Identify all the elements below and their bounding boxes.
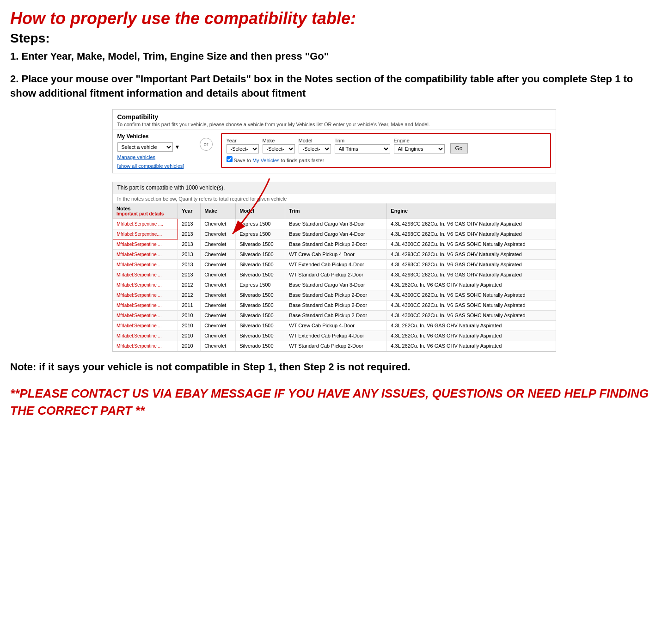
cell-year: 2012 [178,280,201,290]
cell-trim: WT Extended Cab Pickup 4-Door [285,331,387,341]
cell-model: Silverado 1500 [236,270,285,280]
cell-trim: Base Standard Cab Pickup 2-Door [285,310,387,320]
table-row: Mfrlabel:Serpentine ... 2010 Chevrolet S… [113,310,556,320]
cell-engine: 4.3L 262Cu. In. V6 GAS OHV Naturally Asp… [387,320,556,331]
cell-year: 2010 [178,310,201,320]
col-make: Make [201,203,236,219]
my-vehicles-label: My Vehicles [117,133,191,140]
year-label: Year [227,138,259,143]
cell-model: Silverado 1500 [236,249,285,259]
compat-header: Compatibility To confirm that this part … [113,110,556,129]
cell-trim: WT Extended Cab Pickup 4-Door [285,259,387,270]
cell-engine: 4.3L 262Cu. In. V6 GAS OHV Naturally Asp… [387,341,556,351]
manage-vehicles-link[interactable]: Manage vehicles [117,154,191,160]
table-row: Mfrlabel:Serpentine ... 2013 Chevrolet S… [113,249,556,259]
cell-notes: Mfrlabel:Serpentine ... [113,249,178,259]
step1-text: 1. Enter Year, Make, Model, Trim, Engine… [10,49,658,64]
save-my-vehicles-link[interactable]: My Vehicles [252,158,280,163]
cell-engine: 4.3L 4300CC 262Cu. In. V6 GAS SOHC Natur… [387,290,556,300]
steps-heading: Steps: [10,31,658,46]
cell-engine: 4.3L 4293CC 262Cu. In. V6 GAS OHV Natura… [387,249,556,259]
cell-notes: Mfrlabel:Serpentine ... [113,320,178,331]
cell-trim: Base Standard Cab Pickup 2-Door [285,300,387,310]
trim-group: Trim All Trims [335,138,390,153]
make-select[interactable]: -Select- [263,144,295,153]
cell-model: Silverado 1500 [236,259,285,270]
compat-note: In the notes section below, Quantity ref… [112,194,556,203]
col-trim: Trim [285,203,387,219]
cell-make: Chevrolet [201,239,236,249]
compat-count-bar: This part is compatible with 1000 vehicl… [112,182,556,194]
compat-table-wrap: Notes Important part details Year Make M… [112,203,556,352]
save-row: Save to My Vehicles to finds parts faste… [227,156,545,163]
table-row: Mfrlabel:Serpentine ... 2012 Chevrolet S… [113,290,556,300]
cell-trim: Base Standard Cargo Van 3-Door [285,280,387,290]
cell-trim: WT Standard Cab Pickup 2-Door [285,341,387,351]
step2-text: 2. Place your mouse over "Important Part… [10,72,658,101]
model-select[interactable]: -Select- [299,144,331,153]
cell-engine: 4.3L 262Cu. In. V6 GAS OHV Naturally Asp… [387,331,556,341]
or-divider: or [200,138,213,151]
table-row: Mfrlabel:Serpentine ... 2010 Chevrolet S… [113,320,556,331]
cell-model: Silverado 1500 [236,239,285,249]
vehicle-select[interactable]: Select a vehicle [117,142,173,152]
engine-label: Engine [394,138,445,143]
model-label: Model [299,138,331,143]
cell-make: Chevrolet [201,310,236,320]
cell-year: 2013 [178,229,201,239]
compat-body: My Vehicles Select a vehicle ▼ Manage ve… [113,129,556,173]
show-all-compatible-link[interactable]: [show all compatible vehicles] [117,163,184,169]
note-text: Note: if it says your vehicle is not com… [10,360,658,374]
cell-year: 2013 [178,239,201,249]
cell-notes: Mfrlabel:Serpentine ... [113,331,178,341]
table-row: Mfrlabel:Serpentine ... 2013 Chevrolet S… [113,259,556,270]
cell-make: Chevrolet [201,219,236,229]
trim-select[interactable]: All Trims [335,144,390,153]
cell-make: Chevrolet [201,290,236,300]
cell-notes: Mfrlabel:Serpentine ... [113,280,178,290]
engine-group: Engine All Engines [394,138,445,153]
table-row: Mfrlabel:Serpentine ... 2011 Chevrolet S… [113,300,556,310]
year-select[interactable]: -Select- [227,144,259,153]
engine-select[interactable]: All Engines [394,144,445,153]
compatibility-section: Compatibility To confirm that this part … [112,109,556,173]
cell-make: Chevrolet [201,300,236,310]
go-button[interactable]: Go [450,143,468,153]
col-notes: Notes Important part details [113,203,178,219]
table-row: Mfrlabel:Serpentine .... 2013 Chevrolet … [113,219,556,229]
cell-engine: 4.3L 4293CC 262Cu. In. V6 GAS OHV Natura… [387,270,556,280]
cell-model: Silverado 1500 [236,341,285,351]
cell-trim: WT Crew Cab Pickup 4-Door [285,249,387,259]
save-text2: to finds parts faster [281,158,325,163]
table-row: Mfrlabel:Serpentine ... 2013 Chevrolet S… [113,270,556,280]
table-row: Mfrlabel:Serpentine ... 2010 Chevrolet S… [113,341,556,351]
cell-trim: Base Standard Cab Pickup 2-Door [285,239,387,249]
cell-trim: Base Standard Cargo Van 3-Door [285,219,387,229]
cell-engine: 4.3L 4300CC 262Cu. In. V6 GAS SOHC Natur… [387,310,556,320]
my-vehicles-col: My Vehicles Select a vehicle ▼ Manage ve… [117,133,191,169]
cell-notes: Mfrlabel:Serpentine ... [113,239,178,249]
year-group: Year -Select- [227,138,259,153]
cell-year: 2012 [178,290,201,300]
table-header-row: Notes Important part details Year Make M… [113,203,556,219]
cell-year: 2013 [178,270,201,280]
save-text: Save to [234,158,252,163]
year-make-engine-box: Year -Select- Make -Select- Model - [221,133,551,168]
cell-notes: Mfrlabel:Serpentine ... [113,310,178,320]
cell-make: Chevrolet [201,320,236,331]
cell-make: Chevrolet [201,331,236,341]
compat-subtitle: To confirm that this part fits your vehi… [117,122,551,127]
cell-engine: 4.3L 4300CC 262Cu. In. V6 GAS SOHC Natur… [387,300,556,310]
cell-engine: 4.3L 4293CC 262Cu. In. V6 GAS OHV Natura… [387,219,556,229]
cell-notes: Mfrlabel:Serpentine .... [113,219,178,229]
cell-year: 2013 [178,219,201,229]
cell-notes: Mfrlabel:Serpentine ... [113,300,178,310]
save-checkbox[interactable] [227,156,233,162]
cell-trim: Base Standard Cab Pickup 2-Door [285,290,387,300]
cell-engine: 4.3L 262Cu. In. V6 GAS OHV Naturally Asp… [387,280,556,290]
cell-model: Silverado 1500 [236,310,285,320]
cell-make: Chevrolet [201,229,236,239]
cell-model: Silverado 1500 [236,331,285,341]
main-title: How to properly use the compatibility ta… [10,8,658,28]
col-year: Year [178,203,201,219]
